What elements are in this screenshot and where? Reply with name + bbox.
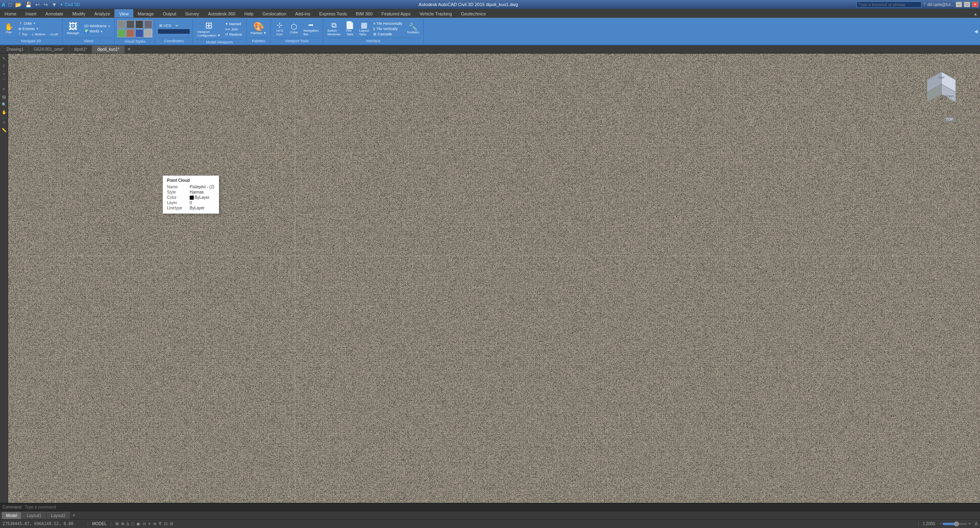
tab-home[interactable]: Home (0, 9, 21, 17)
qa-more[interactable]: ▼ (50, 1, 58, 8)
layout-tabs-button[interactable]: ▦ LayoutTabs (357, 21, 370, 37)
scale-slider-thumb[interactable] (954, 522, 959, 526)
command-input[interactable] (25, 505, 978, 509)
cascade-button[interactable]: ⊞ Cascade (372, 32, 404, 37)
toolbars-button[interactable]: 🔧 Toolbars (405, 22, 421, 35)
extents-button[interactable]: ⊕ Extents ▼ (17, 26, 60, 31)
restore-button[interactable]: ↺ Restore (223, 32, 244, 37)
nav-cube[interactable]: TOP FRONT (923, 70, 960, 106)
join-button[interactable]: ⟺ Join (223, 27, 244, 32)
scale-minus[interactable]: − (939, 522, 942, 526)
lt-circle[interactable]: ○ (0, 70, 8, 77)
layout-tab-layout1[interactable]: Layout1 (22, 512, 46, 519)
ucs-icon-button[interactable]: ⊹ UCSIcon (273, 21, 286, 37)
polar-toggle[interactable]: ⎕ (132, 522, 134, 526)
lt-select[interactable]: ↖ (0, 54, 8, 62)
qa-undo[interactable]: ↩ (34, 1, 41, 8)
world-dropdown[interactable]: 🌍 World ▼ (82, 29, 112, 34)
lw-toggle[interactable]: ⊡ (164, 522, 167, 526)
viewport-config-button[interactable]: ⊞ ViewportConfiguration ▼ (195, 20, 222, 38)
tab-view[interactable]: View (115, 9, 133, 17)
palettes-button[interactable]: 🎨 Palettes ▼ (249, 22, 268, 36)
maximize-button[interactable]: □ (964, 2, 970, 7)
left-view-button[interactable]: ◁ Left (48, 32, 60, 37)
lt-line[interactable]: / (0, 62, 8, 69)
close-button[interactable]: ✕ (972, 2, 978, 7)
file-tabs-button[interactable]: 📄 FileTabs (343, 21, 356, 37)
view-manager-button[interactable]: 🖼 Manager (65, 22, 81, 36)
search-input[interactable] (857, 2, 922, 8)
bottom-view-button[interactable]: ⊥ Bottom (30, 32, 47, 37)
tab-analyze[interactable]: Analyze (90, 9, 115, 17)
orbit-button[interactable]: 🔭 Orbit ▼ (17, 21, 60, 26)
doc-tab-drawing1[interactable]: Drawing1 (2, 45, 29, 53)
doc-tab-close[interactable]: ✕ (125, 46, 133, 53)
layout-tab-layout2[interactable]: Layout2 (47, 512, 70, 519)
lt-ucs[interactable]: ⊹ (0, 119, 8, 126)
style-hidden[interactable] (135, 20, 143, 28)
style-2dwire[interactable] (117, 20, 125, 28)
top-view-button[interactable]: ⊤ Top (17, 32, 29, 37)
tab-bim360[interactable]: BIM 360 (351, 9, 377, 17)
otrack-toggle[interactable]: ⌖ (148, 522, 151, 526)
layout-tab-add[interactable]: + (71, 513, 77, 518)
style-realistic[interactable] (144, 29, 152, 37)
tab-insert[interactable]: Insert (21, 9, 41, 17)
coord-input[interactable] (158, 29, 190, 34)
lt-measure[interactable]: 📏 (0, 126, 8, 134)
ortho-toggle[interactable]: ∆ (127, 522, 129, 526)
tile-h-button[interactable]: ≡ Tile Horizontally (372, 21, 404, 26)
style-shaded-wire[interactable] (117, 29, 125, 37)
ucs-button[interactable]: ⊞ UCS (158, 23, 173, 28)
lt-hatch[interactable]: ▤ (0, 93, 8, 100)
scale-plus[interactable]: + (968, 522, 971, 526)
style-xray[interactable] (126, 29, 134, 37)
tile-v-button[interactable]: ⫿ Tile Vertically (372, 26, 404, 31)
qa-new[interactable]: □ (7, 1, 13, 8)
tab-manage[interactable]: Manage (133, 9, 158, 17)
qa-redo[interactable]: ↪ (42, 1, 49, 8)
style-wire[interactable] (126, 20, 134, 28)
switch-windows-button[interactable]: ⧉ SwitchWindows (326, 21, 342, 37)
layout-tab-model[interactable]: Model (2, 512, 22, 519)
cube-button[interactable]: ⬡ Cube (288, 22, 301, 35)
tab-help[interactable]: Help (240, 9, 258, 17)
minimize-button[interactable]: ─ (956, 2, 962, 7)
nav-bar-button[interactable]: ━ NavigationBar (302, 21, 320, 37)
top-view-shortcut[interactable]: TOP (943, 116, 956, 122)
tp-toggle[interactable]: ⊟ (170, 522, 173, 526)
named-button[interactable]: ✦ Named (223, 22, 244, 26)
doc-tab-dipoli1[interactable]: dipoli1* (69, 45, 93, 53)
tab-modify[interactable]: Modify (68, 9, 90, 17)
3dosnap-toggle[interactable]: ⊙ (143, 522, 146, 526)
style-shaded[interactable] (144, 20, 152, 28)
lt-arc[interactable]: ⌒ (0, 78, 8, 85)
doc-tab-dipolikuo1[interactable]: dipoli_kuo1* (92, 45, 125, 53)
isnap-toggle[interactable]: ◉ (136, 522, 140, 526)
viewport[interactable]: [Top] [2D Wireframe] Point Cloud Name Pi… (8, 54, 980, 503)
visual-style-dropdown[interactable]: 2D Wireframe ▼ (82, 24, 112, 28)
help-icon[interactable]: ? (923, 2, 926, 7)
tab-survey[interactable]: Survey (181, 9, 203, 17)
qa-open[interactable]: 📂 (14, 1, 23, 8)
ducs-toggle[interactable]: ≋ (153, 522, 156, 526)
style-conceptual[interactable] (135, 29, 143, 37)
grid-toggle[interactable]: ⊕ (121, 522, 124, 526)
tab-geo[interactable]: Geotechnics (456, 9, 490, 17)
tab-annotate[interactable]: Annotate (41, 9, 68, 17)
annotation-scale[interactable]: Δ (975, 522, 978, 526)
ucs-prev-button[interactable]: ↩ (174, 23, 180, 28)
tab-express[interactable]: Express Tools (315, 9, 351, 17)
tab-addins[interactable]: Add-ins (291, 9, 315, 17)
dyn-toggle[interactable]: ∇ (159, 522, 162, 526)
ribbon-minimize[interactable]: ▲ (971, 11, 980, 17)
tab-autodesk360[interactable]: Autodesk 360 (203, 9, 240, 17)
ribbon-expand[interactable]: ◀ (974, 29, 978, 34)
lt-zoom[interactable]: 🔍 (0, 101, 8, 108)
pan-button[interactable]: ✋ Pan (2, 22, 15, 35)
lt-polyline[interactable]: ⟡ (0, 85, 8, 93)
snap-toggle[interactable]: ⊞ (115, 522, 119, 526)
qa-save[interactable]: 💾 (24, 1, 33, 8)
tab-output[interactable]: Output (158, 9, 181, 17)
doc-tab-g624[interactable]: G624-001_oma* (29, 45, 69, 53)
